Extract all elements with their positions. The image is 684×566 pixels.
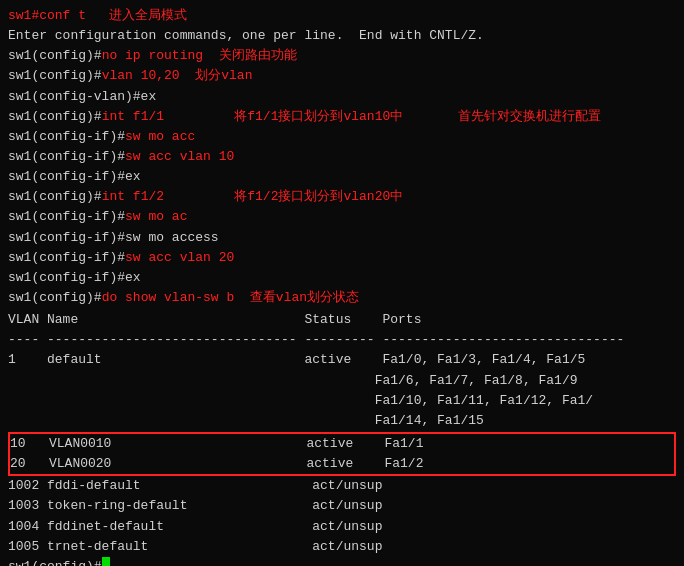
cmd-conf-t: sw1#conf t: [8, 6, 86, 26]
line-11: sw1(config-if)#sw mo ac: [8, 207, 676, 227]
line-13: sw1(config-if)#sw acc vlan 20: [8, 248, 676, 268]
final-prompt: sw1(config)#: [8, 557, 676, 566]
vlan-row-1002: 1002 fddi-default act/unsup: [8, 476, 676, 496]
line-7: sw1(config-if)#sw mo acc: [8, 127, 676, 147]
line-15: sw1(config)#do show vlan-sw b 查看vlan划分状态: [8, 288, 676, 308]
terminal: sw1#conf t 进入全局模式 Enter configuration co…: [0, 0, 684, 566]
vlan-table: VLAN Name Status Ports ---- ------------…: [8, 310, 676, 557]
line-2: Enter configuration commands, one per li…: [8, 26, 676, 46]
vlan-row-1003: 1003 token-ring-default act/unsup: [8, 496, 676, 516]
line-9: sw1(config-if)#ex: [8, 167, 676, 187]
vlan-row-1-cont1: Fa1/6, Fa1/7, Fa1/8, Fa1/9: [8, 371, 676, 391]
vlan-table-header: VLAN Name Status Ports: [8, 310, 676, 330]
line-8: sw1(config-if)#sw acc vlan 10: [8, 147, 676, 167]
line-1: sw1#conf t 进入全局模式: [8, 6, 676, 26]
vlan-table-sep: ---- -------------------------------- --…: [8, 330, 676, 350]
vlan-row-20: 20 VLAN0020 active Fa1/2: [10, 454, 674, 474]
line-3: sw1(config)#no ip routing 关闭路由功能: [8, 46, 676, 66]
vlan-row-1-cont3: Fa1/14, Fa1/15: [8, 411, 676, 431]
cursor: [102, 557, 110, 566]
vlan-row-1-cont2: Fa1/10, Fa1/11, Fa1/12, Fa1/: [8, 391, 676, 411]
line-5: sw1(config-vlan)#ex: [8, 87, 676, 107]
line-4: sw1(config)#vlan 10,20 划分vlan: [8, 66, 676, 86]
vlan-row-1005: 1005 trnet-default act/unsup: [8, 537, 676, 557]
line-14: sw1(config-if)#ex: [8, 268, 676, 288]
vlan-row-1: 1 default active Fa1/0, Fa1/3, Fa1/4, Fa…: [8, 350, 676, 370]
vlan-row-10: 10 VLAN0010 active Fa1/1: [10, 434, 674, 454]
line-12: sw1(config-if)#sw mo access: [8, 228, 676, 248]
vlan-highlight-box: 10 VLAN0010 active Fa1/1 20 VLAN0020 act…: [8, 432, 676, 476]
line-6: sw1(config)#int f1/1 将f1/1接口划分到vlan10中 首…: [8, 107, 676, 127]
line-10: sw1(config)#int f1/2 将f1/2接口划分到vlan20中: [8, 187, 676, 207]
vlan-row-1004: 1004 fddinet-default act/unsup: [8, 517, 676, 537]
